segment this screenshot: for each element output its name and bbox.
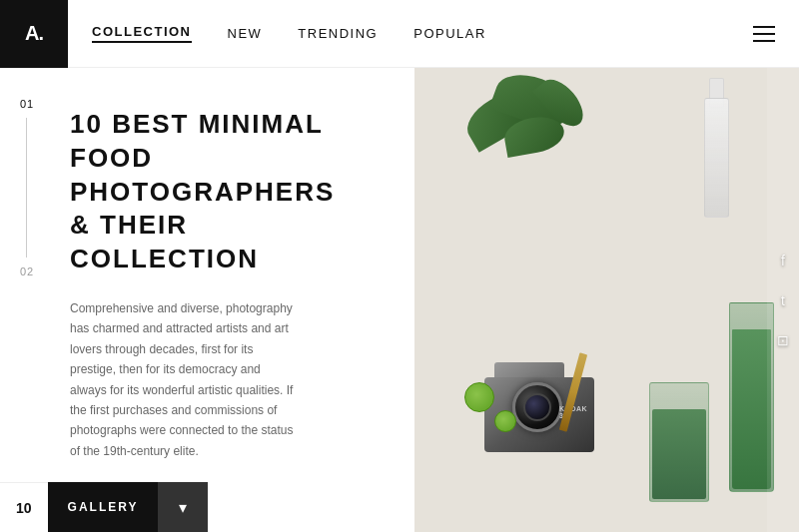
- bottle-decoration: [699, 68, 734, 218]
- gallery-arrow-button[interactable]: ▾: [158, 482, 208, 532]
- arrow-down-icon: ▾: [179, 498, 187, 517]
- drink-liquid-short: [652, 409, 706, 499]
- hamburger-line-3: [753, 40, 775, 42]
- bottle-body: [704, 98, 729, 218]
- plant-decoration: [444, 68, 604, 228]
- green-drink-short: [649, 372, 709, 502]
- twitter-icon[interactable]: t: [781, 292, 785, 308]
- nav-item-collection[interactable]: COLLECTiON: [92, 24, 192, 43]
- article-body: Comprehensive and diverse, photography h…: [70, 298, 300, 461]
- social-sidebar: f t ⊡: [767, 68, 799, 532]
- hamburger-menu[interactable]: [749, 22, 779, 46]
- title-line-3: & THEIR COLLECTION: [70, 210, 259, 273]
- title-line-2: PHOTOGRAPHERS: [70, 177, 335, 207]
- hamburger-line-2: [753, 33, 775, 35]
- drink-liquid-tall: [732, 329, 771, 489]
- drink-glass-short: [649, 382, 709, 502]
- content-area: 10 BEST MINIMAL FOOD PHOTOGRAPHERS & THE…: [70, 98, 385, 497]
- logo-text: A.: [25, 22, 43, 45]
- camera-lens: [512, 382, 562, 432]
- lime-2: [494, 410, 516, 432]
- hamburger-line-1: [753, 26, 775, 28]
- step-numbers: 01 02: [20, 98, 34, 277]
- nav-item-new[interactable]: NEW: [228, 26, 263, 41]
- instagram-icon[interactable]: ⊡: [777, 332, 789, 348]
- camera-prop: KODAK 35: [474, 362, 604, 452]
- facebook-icon[interactable]: f: [781, 253, 785, 268]
- step-02: 02: [20, 266, 34, 277]
- title-line-1: 10 BEST MINIMAL FOOD: [70, 109, 323, 173]
- left-panel: 01 02 10 BEST MINIMAL FOOD PHOTOGRAPHERS…: [0, 68, 414, 532]
- camera-lens-inner: [523, 393, 551, 421]
- nav-item-trending[interactable]: TRENDING: [298, 26, 378, 41]
- page-wrapper: A. COLLECTiON NEW TRENDING POPULAR 01 02…: [0, 0, 799, 532]
- step-line: [26, 118, 27, 258]
- hero-image-panel: KODAK 35 f t: [414, 68, 799, 532]
- bottom-bar: 10 GALLERY ▾: [0, 482, 414, 532]
- step-01: 01: [20, 98, 34, 110]
- gallery-number: 10: [0, 482, 48, 532]
- main-content: 01 02 10 BEST MINIMAL FOOD PHOTOGRAPHERS…: [0, 68, 799, 532]
- plant-leaves: [444, 68, 604, 228]
- nav-item-popular[interactable]: POPULAR: [413, 26, 486, 41]
- gallery-label: GALLERY: [48, 482, 159, 532]
- nav: COLLECTiON NEW TRENDING POPULAR: [92, 24, 749, 43]
- lime-1: [464, 382, 494, 412]
- header: A. COLLECTiON NEW TRENDING POPULAR: [0, 0, 799, 68]
- logo[interactable]: A.: [0, 0, 68, 68]
- article-title: 10 BEST MINIMAL FOOD PHOTOGRAPHERS & THE…: [70, 108, 385, 276]
